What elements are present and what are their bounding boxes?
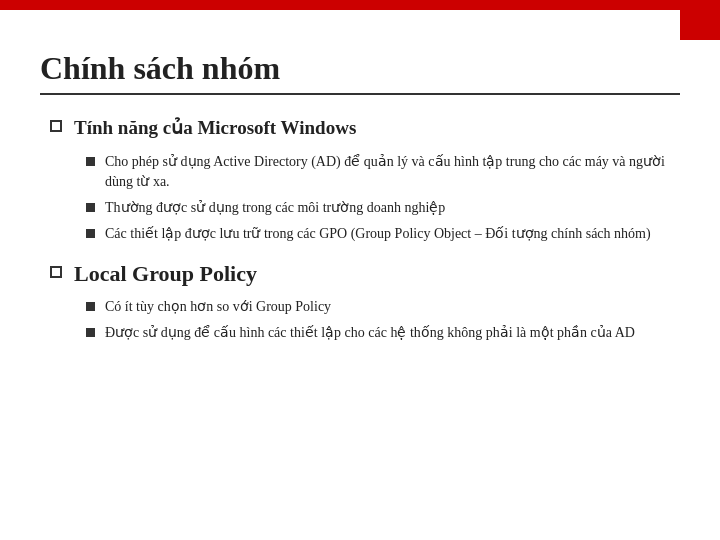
section1-bullet-2: Thường được sử dụng trong các môi trường… xyxy=(86,198,680,218)
content-area: Tính năng của Microsoft Windows Cho phép… xyxy=(40,115,680,343)
section2-bullet-2-text: Được sử dụng để cấu hình các thiết lập c… xyxy=(105,323,635,343)
top-bar-decoration xyxy=(0,0,720,10)
slide: Chính sách nhóm Tính năng của Microsoft … xyxy=(0,0,720,540)
sub-bullet-icon-2 xyxy=(86,203,95,212)
section1-block: Tính năng của Microsoft Windows Cho phép… xyxy=(50,115,680,245)
sub-bullet-icon-4 xyxy=(86,302,95,311)
section1-bullet-2-text: Thường được sử dụng trong các môi trường… xyxy=(105,198,445,218)
section1-heading-bullet: Tính năng của Microsoft Windows xyxy=(50,115,680,142)
sub-bullet-icon-1 xyxy=(86,157,95,166)
section2-heading: Local Group Policy xyxy=(74,261,257,287)
section2-bullet-1: Có ít tùy chọn hơn so với Group Policy xyxy=(86,297,680,317)
sub-bullet-icon-5 xyxy=(86,328,95,337)
title-section: Chính sách nhóm xyxy=(40,50,680,95)
title-divider xyxy=(40,93,680,95)
section1-sub-bullets: Cho phép sử dụng Active Directory (AD) đ… xyxy=(86,152,680,245)
section1-heading: Tính năng của Microsoft Windows xyxy=(74,115,356,142)
section1-bullet-3-text: Các thiết lập được lưu trữ trong các GPO… xyxy=(105,224,651,244)
section2-sub-bullets: Có ít tùy chọn hơn so với Group Policy Đ… xyxy=(86,297,680,344)
section1-bullet-3: Các thiết lập được lưu trữ trong các GPO… xyxy=(86,224,680,244)
corner-box-decoration xyxy=(680,0,720,40)
section2-bullet-2: Được sử dụng để cấu hình các thiết lập c… xyxy=(86,323,680,343)
section2-heading-bullet: Local Group Policy xyxy=(50,261,680,287)
slide-title: Chính sách nhóm xyxy=(40,50,680,87)
section1-bullet-1-text: Cho phép sử dụng Active Directory (AD) đ… xyxy=(105,152,680,193)
section1-bullet-1: Cho phép sử dụng Active Directory (AD) đ… xyxy=(86,152,680,193)
main-bullet-icon-1 xyxy=(50,120,62,132)
section2-block: Local Group Policy Có ít tùy chọn hơn so… xyxy=(50,261,680,344)
main-bullet-icon-2 xyxy=(50,266,62,278)
sub-bullet-icon-3 xyxy=(86,229,95,238)
section2-bullet-1-text: Có ít tùy chọn hơn so với Group Policy xyxy=(105,297,331,317)
